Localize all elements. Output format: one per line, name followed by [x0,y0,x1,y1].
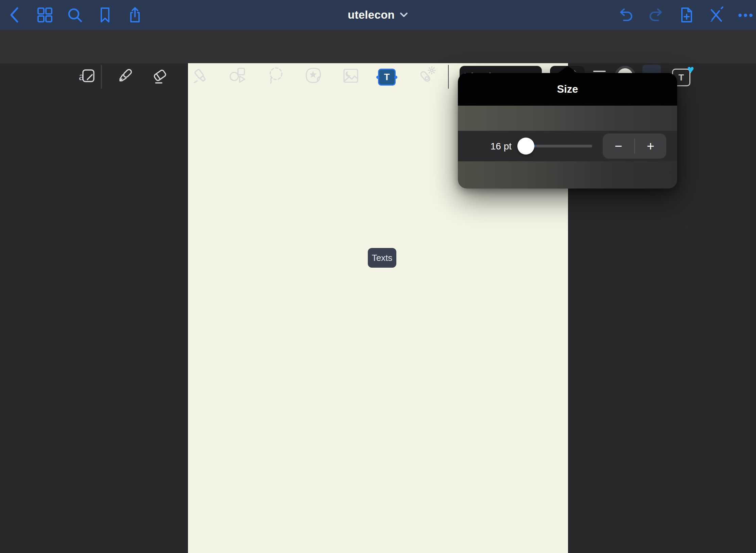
ellipsis-icon[interactable] [737,6,754,23]
text-tool-handle-right [394,76,397,79]
toolbar-separator [448,65,449,89]
size-value-label: 16 pt [488,141,512,152]
popover-blur-band-bottom [458,161,677,189]
text-tool-letter: T [384,72,390,83]
document-title[interactable]: utelecon [348,8,395,21]
size-popover-header: Size [458,73,677,106]
stylus-cross-icon[interactable] [708,6,725,23]
tools-bar: a [0,30,756,63]
edit-mode-icon[interactable]: a [78,67,97,86]
plus-icon: + [647,139,654,154]
text-tool-handle-left [376,76,379,79]
text-style-letter: T [678,72,684,83]
size-decrease-button[interactable]: − [603,133,634,159]
align-line [593,71,606,72]
pen-tool-icon[interactable] [116,67,134,86]
title-chevron-down-icon [399,12,408,18]
size-increase-button[interactable]: + [635,133,667,159]
redo-icon[interactable] [647,6,665,23]
popover-arrow [557,66,578,74]
lasso-tool-icon[interactable] [267,66,285,87]
size-popover-title: Size [557,83,578,95]
top-navigation-bar: utelecon [0,0,756,30]
text-object-label: Texts [372,253,393,263]
toolbar-separator [101,65,102,89]
mode-letter: a [79,70,84,83]
undo-icon[interactable] [617,6,635,23]
document-title-group[interactable]: utelecon [0,0,756,30]
size-slider[interactable] [523,145,592,147]
sticker-tool-icon[interactable] [304,66,323,87]
size-popover: Size [458,73,677,189]
add-page-icon[interactable] [678,6,695,24]
size-slider-thumb[interactable] [517,138,534,155]
size-stepper: − + [603,133,666,159]
highlighter-tool-icon[interactable] [191,67,210,86]
text-object[interactable]: Texts [368,248,396,268]
image-tool-icon[interactable] [342,67,360,86]
text-tool-active[interactable]: T [378,69,396,86]
favorite-heart-icon: ♥ [687,64,694,75]
popover-blur-band-top [458,106,677,131]
minus-icon: − [615,139,622,154]
laser-pointer-tool-icon[interactable] [417,66,436,87]
shapes-tool-icon[interactable] [228,67,247,86]
eraser-tool-icon[interactable] [150,67,169,86]
